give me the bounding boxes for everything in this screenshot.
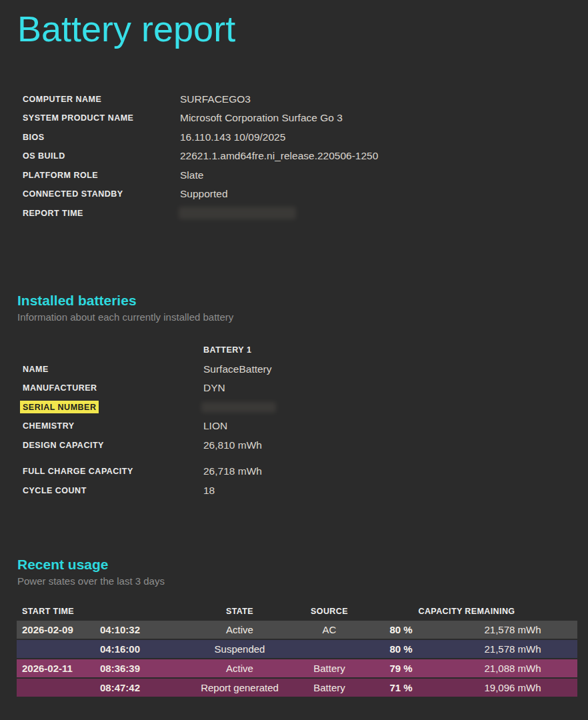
row-time: 04:16:00 (92, 643, 140, 655)
row-capacity-mwh: 21,578 mWh (448, 643, 577, 655)
row-capacity-mwh: 19,096 mWh (448, 682, 577, 693)
battery-row-full-charge-capacity: FULL CHARGE CAPACITY 26,718 mWh (23, 462, 588, 481)
row-state: Active (177, 624, 303, 635)
battery-column-header-row: BATTERY 1 (23, 341, 588, 360)
cycle-count-value: 18 (203, 485, 215, 497)
system-info-row-connected-standby: CONNECTED STANDBY Supported (23, 185, 588, 204)
recent-usage-section: Recent usage Power states over the last … (0, 556, 588, 697)
report-time-value (180, 207, 296, 219)
row-time: 08:36:39 (92, 663, 140, 674)
header-source: SOURCE (305, 607, 354, 616)
connected-standby-value: Supported (180, 188, 228, 200)
row-state: Active (177, 663, 303, 674)
recent-usage-subtitle: Power states over the last 3 days (17, 574, 588, 589)
system-info-row-bios: BIOS 16.110.143 10/09/2025 (23, 128, 588, 147)
cycle-count-label: CYCLE COUNT (23, 486, 203, 495)
usage-table-row: 08:47:42 Report generated Battery 71 % 1… (17, 679, 577, 697)
header-start-time: START TIME (17, 607, 175, 616)
system-info-row-report-time: REPORT TIME (23, 204, 588, 223)
usage-table-row: 2026-02-11 08:36:39 Active Battery 79 % … (17, 659, 577, 677)
row-state: Report generated (177, 682, 303, 693)
usage-table-header-row: START TIME STATE SOURCE CAPACITY REMAINI… (17, 603, 577, 619)
row-capacity-mwh: 21,088 mWh (448, 663, 577, 674)
battery-row-design-capacity: DESIGN CAPACITY 26,810 mWh (23, 436, 588, 455)
system-product-name-value: Microsoft Corporation Surface Go 3 (180, 112, 343, 124)
serial-number-value (203, 402, 276, 413)
row-source: Battery (305, 682, 354, 693)
battery-row-manufacturer: MANUFACTURER DYN (23, 379, 588, 398)
row-date (22, 643, 92, 655)
battery-name-label: NAME (23, 365, 203, 374)
battery-name-value: SurfaceBattery (203, 363, 272, 375)
battery-1-column-header: BATTERY 1 (203, 345, 251, 355)
battery-row-name: NAME SurfaceBattery (23, 360, 588, 379)
row-time: 04:10:32 (92, 624, 140, 635)
bios-value: 16.110.143 10/09/2025 (180, 131, 285, 143)
system-info-row-product-name: SYSTEM PRODUCT NAME Microsoft Corporatio… (23, 109, 588, 128)
manufacturer-value: DYN (203, 382, 225, 394)
serial-number-search-highlight: SERIAL NUMBER (20, 401, 99, 413)
row-date (22, 682, 92, 693)
installed-batteries-heading: Installed batteries (17, 292, 588, 309)
battery-row-cycle-count: CYCLE COUNT 18 (23, 481, 588, 501)
row-capacity-mwh: 21,578 mWh (448, 624, 577, 635)
row-capacity-percent: 80 % (356, 643, 446, 655)
row-capacity-percent: 71 % (356, 682, 446, 693)
battery-row-serial-number: SERIAL NUMBER (23, 398, 588, 417)
row-date: 2026-02-09 (22, 624, 92, 635)
design-capacity-label: DESIGN CAPACITY (23, 441, 203, 450)
system-info-row-platform-role: PLATFORM ROLE Slate (23, 166, 588, 185)
battery-details-grid: BATTERY 1 NAME SurfaceBattery MANUFACTUR… (23, 341, 588, 500)
system-info-row-os-build: OS BUILD 22621.1.amd64fre.ni_release.220… (23, 147, 588, 166)
report-time-label: REPORT TIME (23, 209, 180, 218)
battery-report-page: Battery report COMPUTER NAME SURFACEGO3 … (0, 7, 588, 720)
system-product-name-label: SYSTEM PRODUCT NAME (23, 113, 180, 123)
usage-table-row: 04:16:00 Suspended 80 % 21,578 mWh (17, 640, 577, 658)
full-charge-capacity-value: 26,718 mWh (203, 465, 262, 477)
serial-number-redacted-smudge (201, 402, 276, 413)
chemistry-label: CHEMISTRY (23, 421, 203, 431)
manufacturer-label: MANUFACTURER (23, 383, 203, 393)
page-title: Battery report (17, 7, 588, 52)
computer-name-label: COMPUTER NAME (23, 95, 180, 104)
header-capacity-remaining: CAPACITY REMAINING (356, 607, 577, 616)
connected-standby-label: CONNECTED STANDBY (23, 189, 180, 199)
installed-batteries-subtitle: Information about each currently install… (17, 310, 588, 325)
row-capacity-percent: 80 % (356, 624, 446, 635)
row-state: Suspended (177, 643, 303, 655)
design-capacity-value: 26,810 mWh (203, 439, 262, 451)
battery-row-chemistry: CHEMISTRY LION (23, 417, 588, 436)
bios-label: BIOS (23, 133, 180, 142)
recent-usage-table: START TIME STATE SOURCE CAPACITY REMAINI… (17, 603, 577, 697)
installed-batteries-section: Installed batteries Information about ea… (0, 292, 588, 500)
platform-role-value: Slate (180, 169, 203, 181)
system-info-section: COMPUTER NAME SURFACEGO3 SYSTEM PRODUCT … (23, 90, 588, 223)
row-date: 2026-02-11 (22, 663, 92, 674)
header-state: STATE (177, 607, 303, 616)
usage-table-row: 2026-02-09 04:10:32 Active AC 80 % 21,57… (17, 621, 577, 639)
platform-role-label: PLATFORM ROLE (23, 171, 180, 180)
system-info-row-computer-name: COMPUTER NAME SURFACEGO3 (23, 90, 588, 109)
row-capacity-percent: 79 % (356, 663, 446, 674)
report-time-redacted-smudge (179, 207, 296, 219)
os-build-value: 22621.1.amd64fre.ni_release.220506-1250 (180, 150, 378, 162)
os-build-label: OS BUILD (23, 151, 180, 161)
recent-usage-heading: Recent usage (17, 556, 588, 573)
chemistry-value: LION (203, 420, 227, 432)
row-time: 08:47:42 (92, 682, 140, 693)
serial-number-label: SERIAL NUMBER (23, 403, 203, 412)
row-source: Battery (305, 663, 354, 674)
full-charge-capacity-label: FULL CHARGE CAPACITY (23, 467, 203, 476)
computer-name-value: SURFACEGO3 (180, 93, 251, 105)
row-source: AC (305, 624, 354, 635)
